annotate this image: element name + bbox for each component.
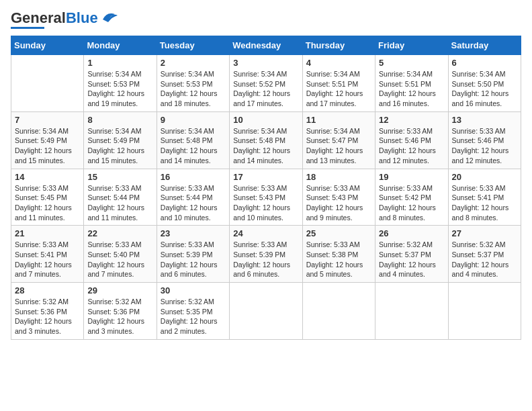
calendar-cell: 25Sunrise: 5:33 AM Sunset: 5:38 PM Dayli…	[302, 226, 375, 283]
day-number: 25	[306, 228, 371, 238]
calendar-cell: 2Sunrise: 5:34 AM Sunset: 5:53 PM Daylig…	[157, 55, 229, 112]
day-number: 20	[452, 172, 517, 182]
day-header-wednesday: Wednesday	[230, 36, 302, 55]
calendar-cell: 27Sunrise: 5:32 AM Sunset: 5:37 PM Dayli…	[448, 226, 521, 283]
day-number: 27	[452, 228, 517, 238]
calendar-cell: 23Sunrise: 5:33 AM Sunset: 5:39 PM Dayli…	[157, 226, 229, 283]
cell-info: Sunrise: 5:32 AM Sunset: 5:36 PM Dayligh…	[15, 297, 80, 336]
calendar-cell	[375, 283, 448, 340]
day-number: 8	[87, 115, 152, 125]
cell-info: Sunrise: 5:32 AM Sunset: 5:36 PM Dayligh…	[87, 297, 152, 336]
cell-info: Sunrise: 5:34 AM Sunset: 5:51 PM Dayligh…	[306, 69, 371, 109]
cell-info: Sunrise: 5:33 AM Sunset: 5:46 PM Dayligh…	[452, 126, 517, 166]
calendar-cell: 18Sunrise: 5:33 AM Sunset: 5:43 PM Dayli…	[302, 169, 375, 226]
day-number: 6	[452, 58, 517, 68]
cell-info: Sunrise: 5:34 AM Sunset: 5:52 PM Dayligh…	[233, 69, 298, 109]
calendar-cell: 12Sunrise: 5:33 AM Sunset: 5:46 PM Dayli…	[375, 111, 448, 169]
day-number: 4	[306, 58, 371, 68]
day-number: 15	[87, 172, 152, 182]
calendar-cell: 14Sunrise: 5:33 AM Sunset: 5:45 PM Dayli…	[11, 169, 84, 226]
calendar-cell	[448, 283, 521, 340]
calendar-cell: 5Sunrise: 5:34 AM Sunset: 5:51 PM Daylig…	[375, 55, 448, 112]
day-header-tuesday: Tuesday	[157, 36, 229, 55]
calendar-cell: 1Sunrise: 5:34 AM Sunset: 5:53 PM Daylig…	[84, 55, 157, 112]
calendar-cell: 17Sunrise: 5:33 AM Sunset: 5:43 PM Dayli…	[230, 169, 302, 226]
cell-info: Sunrise: 5:33 AM Sunset: 5:41 PM Dayligh…	[452, 183, 517, 223]
calendar-cell	[302, 283, 375, 340]
logo: GeneralBlue	[11, 11, 119, 29]
day-number: 18	[306, 172, 371, 182]
cell-info: Sunrise: 5:32 AM Sunset: 5:35 PM Dayligh…	[161, 297, 226, 336]
cell-info: Sunrise: 5:33 AM Sunset: 5:44 PM Dayligh…	[87, 183, 152, 223]
day-number: 1	[87, 58, 152, 68]
calendar-week-row: 14Sunrise: 5:33 AM Sunset: 5:45 PM Dayli…	[11, 169, 521, 226]
day-number: 23	[161, 228, 226, 238]
cell-info: Sunrise: 5:33 AM Sunset: 5:46 PM Dayligh…	[379, 126, 444, 166]
calendar-cell: 8Sunrise: 5:34 AM Sunset: 5:49 PM Daylig…	[84, 111, 157, 169]
calendar-cell: 26Sunrise: 5:32 AM Sunset: 5:37 PM Dayli…	[375, 226, 448, 283]
calendar-table: SundayMondayTuesdayWednesdayThursdayFrid…	[11, 36, 521, 340]
calendar-week-row: 21Sunrise: 5:33 AM Sunset: 5:41 PM Dayli…	[11, 226, 521, 283]
day-header-thursday: Thursday	[302, 36, 375, 55]
calendar-cell	[230, 283, 302, 340]
cell-info: Sunrise: 5:33 AM Sunset: 5:45 PM Dayligh…	[15, 183, 80, 223]
cell-info: Sunrise: 5:32 AM Sunset: 5:37 PM Dayligh…	[452, 240, 517, 279]
cell-info: Sunrise: 5:33 AM Sunset: 5:39 PM Dayligh…	[161, 240, 226, 279]
calendar-cell	[11, 55, 84, 112]
day-header-friday: Friday	[375, 36, 448, 55]
cell-info: Sunrise: 5:34 AM Sunset: 5:48 PM Dayligh…	[233, 126, 298, 166]
day-number: 3	[233, 58, 298, 68]
logo-underline	[11, 27, 44, 29]
calendar-cell: 24Sunrise: 5:33 AM Sunset: 5:39 PM Dayli…	[230, 226, 302, 283]
day-number: 22	[87, 228, 152, 238]
day-header-monday: Monday	[84, 36, 157, 55]
cell-info: Sunrise: 5:33 AM Sunset: 5:43 PM Dayligh…	[306, 183, 371, 223]
calendar-cell: 6Sunrise: 5:34 AM Sunset: 5:50 PM Daylig…	[448, 55, 521, 112]
calendar-cell: 4Sunrise: 5:34 AM Sunset: 5:51 PM Daylig…	[302, 55, 375, 112]
day-number: 16	[161, 172, 226, 182]
day-number: 13	[452, 115, 517, 125]
calendar-cell: 21Sunrise: 5:33 AM Sunset: 5:41 PM Dayli…	[11, 226, 84, 283]
calendar-cell: 22Sunrise: 5:33 AM Sunset: 5:40 PM Dayli…	[84, 226, 157, 283]
calendar-header-row: SundayMondayTuesdayWednesdayThursdayFrid…	[11, 36, 521, 55]
day-number: 28	[15, 285, 80, 295]
calendar-cell: 7Sunrise: 5:34 AM Sunset: 5:49 PM Daylig…	[11, 111, 84, 169]
calendar-cell: 30Sunrise: 5:32 AM Sunset: 5:35 PM Dayli…	[157, 283, 229, 340]
calendar-cell: 19Sunrise: 5:33 AM Sunset: 5:42 PM Dayli…	[375, 169, 448, 226]
calendar-cell: 29Sunrise: 5:32 AM Sunset: 5:36 PM Dayli…	[84, 283, 157, 340]
calendar-cell: 15Sunrise: 5:33 AM Sunset: 5:44 PM Dayli…	[84, 169, 157, 226]
cell-info: Sunrise: 5:34 AM Sunset: 5:49 PM Dayligh…	[87, 126, 152, 166]
day-header-sunday: Sunday	[11, 36, 84, 55]
day-number: 9	[161, 115, 226, 125]
day-number: 11	[306, 115, 371, 125]
page-header: GeneralBlue	[11, 11, 521, 29]
calendar-cell: 9Sunrise: 5:34 AM Sunset: 5:48 PM Daylig…	[157, 111, 229, 169]
day-number: 21	[15, 228, 80, 238]
cell-info: Sunrise: 5:34 AM Sunset: 5:50 PM Dayligh…	[452, 69, 517, 109]
cell-info: Sunrise: 5:34 AM Sunset: 5:47 PM Dayligh…	[306, 126, 371, 166]
cell-info: Sunrise: 5:34 AM Sunset: 5:51 PM Dayligh…	[379, 69, 444, 109]
cell-info: Sunrise: 5:34 AM Sunset: 5:49 PM Dayligh…	[15, 126, 80, 166]
calendar-cell: 11Sunrise: 5:34 AM Sunset: 5:47 PM Dayli…	[302, 111, 375, 169]
cell-info: Sunrise: 5:34 AM Sunset: 5:53 PM Dayligh…	[87, 69, 152, 109]
calendar-week-row: 28Sunrise: 5:32 AM Sunset: 5:36 PM Dayli…	[11, 283, 521, 340]
day-number: 30	[161, 285, 226, 295]
cell-info: Sunrise: 5:32 AM Sunset: 5:37 PM Dayligh…	[379, 240, 444, 279]
day-number: 17	[233, 172, 298, 182]
day-number: 10	[233, 115, 298, 125]
day-number: 12	[379, 115, 444, 125]
logo-blue: Blue	[66, 9, 98, 26]
cell-info: Sunrise: 5:33 AM Sunset: 5:43 PM Dayligh…	[233, 183, 298, 223]
cell-info: Sunrise: 5:33 AM Sunset: 5:44 PM Dayligh…	[161, 183, 226, 223]
day-header-saturday: Saturday	[448, 36, 521, 55]
day-number: 24	[233, 228, 298, 238]
calendar-cell: 28Sunrise: 5:32 AM Sunset: 5:36 PM Dayli…	[11, 283, 84, 340]
calendar-cell: 16Sunrise: 5:33 AM Sunset: 5:44 PM Dayli…	[157, 169, 229, 226]
day-number: 14	[15, 172, 80, 182]
calendar-week-row: 7Sunrise: 5:34 AM Sunset: 5:49 PM Daylig…	[11, 111, 521, 169]
cell-info: Sunrise: 5:33 AM Sunset: 5:39 PM Dayligh…	[233, 240, 298, 279]
logo-general: GeneralBlue	[11, 11, 98, 26]
day-number: 5	[379, 58, 444, 68]
calendar-week-row: 1Sunrise: 5:34 AM Sunset: 5:53 PM Daylig…	[11, 55, 521, 112]
calendar-cell: 13Sunrise: 5:33 AM Sunset: 5:46 PM Dayli…	[448, 111, 521, 169]
